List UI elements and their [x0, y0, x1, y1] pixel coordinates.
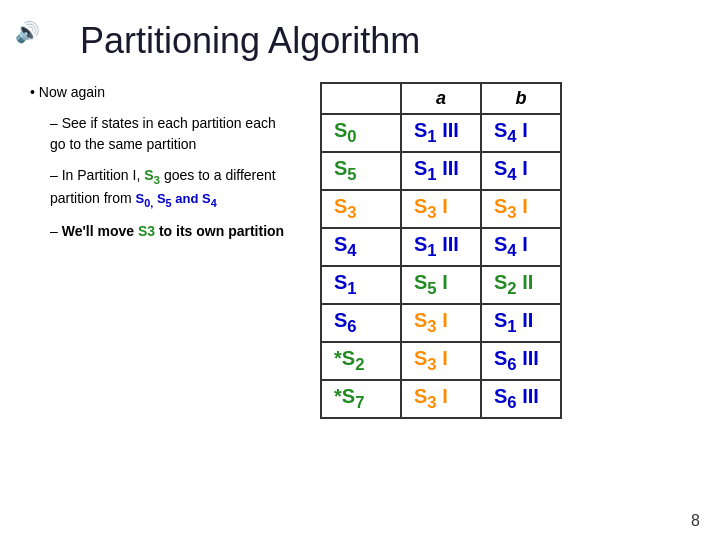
content-area: • Now again – See if states in each part…: [30, 82, 690, 419]
row-label-s7: *S7: [321, 380, 401, 418]
dash1: –: [50, 115, 62, 131]
cell-s4-a: S1 III: [401, 228, 481, 266]
cell-s2-a: S3 I: [401, 342, 481, 380]
bullet-sub1: – See if states in each partition each g…: [50, 113, 290, 155]
dash2: –: [50, 167, 62, 183]
slide: 🔊 Partitioning Algorithm • Now again – S…: [0, 0, 720, 540]
col-header-b: b: [481, 83, 561, 114]
table-row: *S2 S3 I S6 III: [321, 342, 561, 380]
cell-s7-a: S3 I: [401, 380, 481, 418]
dash3: –: [50, 223, 62, 239]
sub3-text: We'll move S3 to its own partition: [62, 223, 284, 239]
table-row: S0 S1 III S4 I: [321, 114, 561, 152]
row-label-s6: S6: [321, 304, 401, 342]
cell-s3-a: S3 I: [401, 190, 481, 228]
table-row: S5 S1 III S4 I: [321, 152, 561, 190]
row-label-s0: S0: [321, 114, 401, 152]
cell-s7-b: S6 III: [481, 380, 561, 418]
col-header-state: [321, 83, 401, 114]
cell-s6-b: S1 II: [481, 304, 561, 342]
cell-s0-a: S1 III: [401, 114, 481, 152]
table-row: S3 S3 I S3 I: [321, 190, 561, 228]
bullet-sub3: – We'll move S3 to its own partition: [50, 221, 290, 242]
bullet-section: • Now again – See if states in each part…: [30, 82, 290, 242]
bullet-main-text: Now again: [39, 84, 105, 100]
cell-s1-b: S2 II: [481, 266, 561, 304]
cell-s1-a: S5 I: [401, 266, 481, 304]
col-header-a: a: [401, 83, 481, 114]
right-column: a b S0 S1 III S4 I S5 S1 III S4: [310, 82, 690, 419]
partition-table: a b S0 S1 III S4 I S5 S1 III S4: [320, 82, 562, 419]
cell-s3-b: S3 I: [481, 190, 561, 228]
page-number: 8: [691, 512, 700, 530]
row-label-s3: S3: [321, 190, 401, 228]
cell-s5-a: S1 III: [401, 152, 481, 190]
table-row: S4 S1 III S4 I: [321, 228, 561, 266]
table-row: S1 S5 I S2 II: [321, 266, 561, 304]
bullet-sub2: – In Partition I, S3 goes to a different…: [50, 165, 290, 211]
table-row: *S7 S3 I S6 III: [321, 380, 561, 418]
row-label-s4: S4: [321, 228, 401, 266]
row-label-s5: S5: [321, 152, 401, 190]
cell-s5-b: S4 I: [481, 152, 561, 190]
left-column: • Now again – See if states in each part…: [30, 82, 290, 252]
page-title: Partitioning Algorithm: [80, 20, 690, 62]
speaker-icon: 🔊: [15, 20, 40, 44]
cell-s4-b: S4 I: [481, 228, 561, 266]
sub1-text: See if states in each partition each go …: [50, 115, 276, 152]
bullet-now-again: • Now again: [30, 82, 290, 103]
cell-s2-b: S6 III: [481, 342, 561, 380]
table-row: S6 S3 I S1 II: [321, 304, 561, 342]
bullet-dot: •: [30, 84, 39, 100]
sub2-text: In Partition I, S3 goes to a different p…: [50, 167, 276, 206]
cell-s6-a: S3 I: [401, 304, 481, 342]
row-label-s2: *S2: [321, 342, 401, 380]
table-header-row: a b: [321, 83, 561, 114]
cell-s0-b: S4 I: [481, 114, 561, 152]
row-label-s1: S1: [321, 266, 401, 304]
